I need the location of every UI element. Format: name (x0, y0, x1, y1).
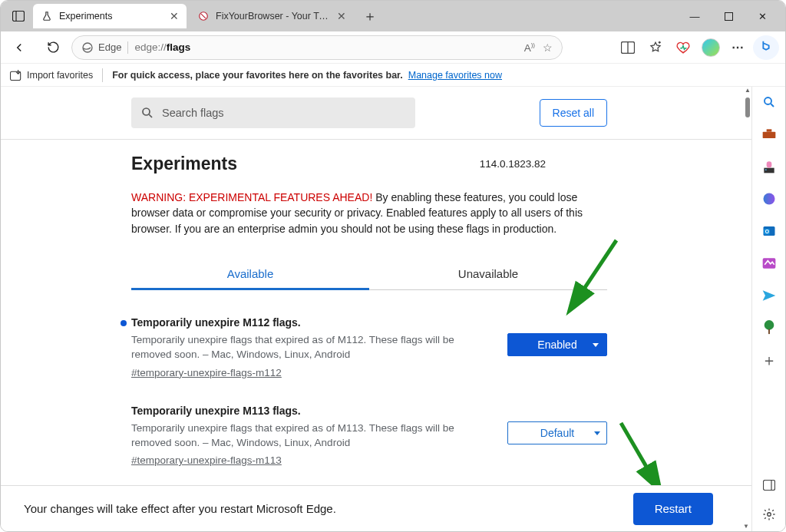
app1-sidebar-icon[interactable] (760, 254, 778, 273)
modified-dot-icon (121, 320, 127, 326)
restart-message: Your changes will take effect after you … (24, 502, 336, 515)
games-sidebar-icon[interactable] (760, 157, 778, 176)
maximize-button[interactable] (712, 1, 745, 31)
svg-point-20 (765, 169, 767, 170)
scroll-down-arrow[interactable]: ▼ (743, 523, 749, 530)
new-tab-button[interactable]: ＋ (358, 5, 381, 28)
add-sidebar-icon[interactable]: ＋ (760, 351, 778, 369)
close-window-button[interactable]: ✕ (745, 1, 779, 31)
titlebar: Experiments ✕ FixYourBrowser - Your Trus… (1, 1, 785, 31)
settings-sidebar-icon[interactable] (760, 505, 778, 524)
scrollbar-thumb[interactable] (745, 97, 750, 117)
address-bar[interactable]: Edge edge://flags A)) ☆ (71, 35, 563, 60)
edge-icon (81, 41, 94, 54)
menu-button[interactable]: ⋯ (725, 35, 751, 60)
app3-sidebar-icon[interactable] (760, 319, 778, 337)
tab-active[interactable]: Experiments ✕ (33, 4, 187, 28)
favorites-bar: Import favorites For quick access, place… (1, 64, 785, 87)
flag-description: Temporarily unexpire flags that expired … (131, 421, 469, 451)
manage-favorites-link[interactable]: Manage favorites now (408, 70, 502, 81)
svg-rect-16 (762, 132, 775, 138)
bing-chat-icon[interactable] (753, 35, 779, 60)
svg-rect-0 (13, 12, 25, 21)
flag-select-value: Enabled (537, 339, 576, 351)
import-favorites-label: Import favorites (27, 70, 93, 81)
office-sidebar-icon[interactable] (760, 190, 778, 208)
tab-inactive[interactable]: FixYourBrowser - Your Trusted Gu ✕ (190, 4, 354, 28)
import-favorites-button[interactable]: Import favorites (10, 70, 93, 81)
svg-line-15 (771, 104, 774, 107)
url-scheme: edge:// (134, 41, 166, 53)
tab-unavailable-label: Unavailable (458, 267, 518, 280)
minimize-button[interactable]: — (678, 1, 712, 31)
svg-rect-27 (763, 481, 774, 491)
svg-point-10 (143, 108, 150, 115)
svg-rect-17 (766, 129, 771, 131)
search-sidebar-icon[interactable] (760, 93, 778, 111)
tab-title: Experiments (59, 11, 112, 21)
svg-point-25 (764, 320, 774, 330)
split-screen-icon[interactable] (615, 35, 641, 60)
tools-sidebar-icon[interactable] (760, 125, 778, 144)
flag-item: Temporarily unexpire M113 flags. Tempora… (131, 405, 607, 467)
site-favicon (197, 10, 210, 22)
search-flags-input[interactable]: Search flags (131, 97, 415, 128)
flag-item: Temporarily unexpire M112 flags. Tempora… (131, 316, 607, 378)
address-badge-text: Edge (98, 41, 121, 53)
flag-select[interactable]: Enabled (507, 333, 607, 356)
svg-point-29 (767, 513, 771, 517)
reset-label: Reset all (553, 107, 594, 119)
favorite-star-icon[interactable]: ☆ (543, 41, 553, 54)
edge-sidebar: O ＋ (751, 87, 785, 531)
svg-rect-3 (725, 12, 732, 20)
favorites-hint: For quick access, place your favorites h… (112, 70, 403, 81)
url-path: flags (167, 41, 191, 53)
sidebar-toggle-icon[interactable] (760, 476, 778, 494)
search-placeholder: Search flags (162, 107, 224, 119)
search-icon (140, 106, 154, 120)
tab-title: FixYourBrowser - Your Trusted Gu (216, 11, 331, 21)
flag-description: Temporarily unexpire flags that expired … (131, 333, 469, 362)
flag-select[interactable]: Default (507, 421, 607, 444)
warning-text: WARNING: EXPERIMENTAL FEATURES AHEAD! By… (131, 190, 607, 236)
flag-title: Temporarily unexpire M112 flags. (131, 316, 607, 329)
svg-point-4 (83, 43, 92, 52)
back-button[interactable] (7, 35, 31, 60)
svg-rect-19 (766, 161, 771, 167)
version-label: 114.0.1823.82 (480, 158, 653, 170)
nav-toolbar: Edge edge://flags A)) ☆ ⋯ (1, 31, 785, 64)
app2-sidebar-icon[interactable] (760, 286, 778, 305)
scroll-up-arrow[interactable]: ▲ (745, 87, 751, 94)
import-icon (10, 70, 22, 81)
close-icon[interactable]: ✕ (337, 10, 346, 22)
outlook-sidebar-icon[interactable]: O (760, 222, 778, 240)
page-title: Experiments (131, 154, 237, 174)
warning-prefix: WARNING: EXPERIMENTAL FEATURES AHEAD! (131, 191, 372, 203)
svg-rect-18 (764, 168, 774, 173)
close-icon[interactable]: ✕ (170, 10, 179, 22)
health-icon[interactable] (670, 35, 696, 60)
restart-bar: Your changes will take effect after you … (1, 485, 751, 531)
flag-hash-link[interactable]: #temporary-unexpire-flags-m113 (131, 454, 282, 466)
svg-point-14 (765, 97, 771, 104)
favorites-icon[interactable] (642, 35, 669, 60)
tab-actions-button[interactable] (7, 5, 30, 28)
tab-available-label: Available (227, 267, 274, 280)
flag-title: Temporarily unexpire M113 flags. (131, 405, 607, 417)
svg-line-11 (149, 114, 152, 117)
flask-icon (41, 10, 53, 22)
read-aloud-icon[interactable]: A)) (524, 41, 535, 54)
flag-select-value: Default (540, 427, 574, 439)
svg-text:O: O (765, 229, 768, 234)
tab-available[interactable]: Available (131, 258, 369, 289)
reset-all-button[interactable]: Reset all (540, 99, 607, 127)
profile-avatar[interactable] (698, 35, 724, 60)
svg-rect-26 (768, 329, 770, 334)
restart-button[interactable]: Restart (633, 493, 713, 525)
tab-unavailable[interactable]: Unavailable (369, 258, 607, 289)
flag-hash-link[interactable]: #temporary-unexpire-flags-m112 (131, 367, 282, 378)
restart-button-label: Restart (655, 502, 692, 515)
